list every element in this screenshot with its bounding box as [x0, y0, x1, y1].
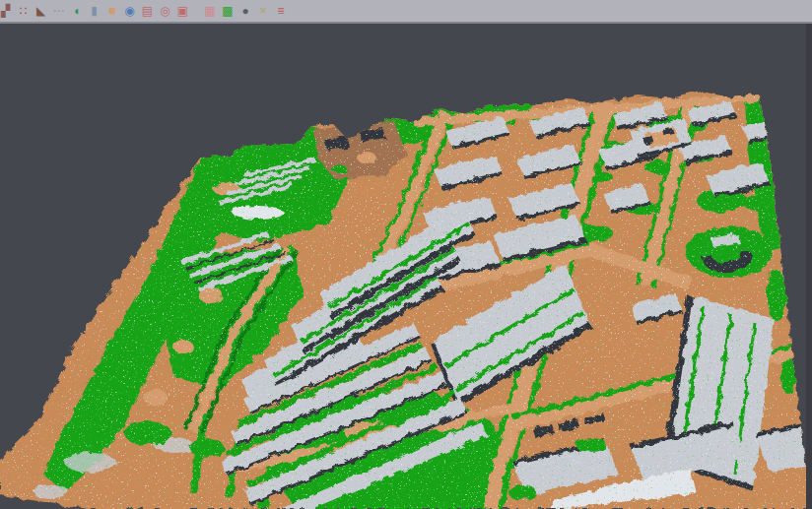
dark-globe-button[interactable]: ● — [237, 2, 254, 20]
segment-list-icon: ≡ — [277, 5, 284, 17]
point-cloud-render — [0, 24, 812, 509]
application-window: ▞∷◣⋯◖▮■◉▤◎▣▦▩●×≡ — [0, 0, 812, 509]
texture-icon: ■ — [108, 5, 115, 17]
raster-grid-button[interactable]: ▦ — [202, 2, 219, 20]
raster-grid-icon: ▦ — [204, 5, 215, 17]
3d-viewport[interactable] — [0, 24, 812, 509]
point-sampling-button[interactable]: ⋯ — [50, 2, 67, 20]
cancel-mesh-button[interactable]: × — [255, 2, 272, 20]
segment-list-button[interactable]: ≡ — [273, 2, 290, 20]
profile-button[interactable]: ▮ — [86, 2, 102, 20]
orbit-globe-button[interactable]: ◉ — [121, 2, 138, 20]
ring-tool-icon: ◎ — [160, 5, 169, 17]
align-points-icon: ∷ — [20, 5, 28, 17]
window-edge — [806, 24, 812, 509]
cancel-mesh-icon: × — [259, 5, 266, 17]
clip-box-button[interactable]: ▣ — [174, 2, 191, 20]
mask-icon: ▞ — [1, 5, 10, 17]
point-sampling-icon: ⋯ — [53, 5, 65, 17]
classified-raster-icon: ▩ — [222, 5, 233, 17]
mask-button[interactable]: ▞ — [0, 2, 14, 20]
layer-stack-button[interactable]: ▤ — [139, 2, 156, 20]
mesh-button[interactable]: ◖ — [68, 2, 85, 20]
dark-globe-icon: ● — [241, 5, 248, 17]
profile-icon: ▮ — [91, 5, 98, 17]
classified-raster-button[interactable]: ▩ — [220, 2, 237, 20]
layer-stack-icon: ▤ — [142, 5, 153, 17]
clip-box-icon: ▣ — [177, 5, 188, 17]
texture-button[interactable]: ■ — [103, 2, 120, 20]
align-points-button[interactable]: ∷ — [15, 2, 32, 20]
terrain-button[interactable]: ◣ — [33, 2, 49, 20]
main-toolbar: ▞∷◣⋯◖▮■◉▤◎▣▦▩●×≡ — [0, 0, 812, 24]
terrain-icon: ◣ — [36, 5, 45, 17]
orbit-globe-icon: ◉ — [124, 5, 134, 17]
mesh-icon: ◖ — [73, 5, 80, 17]
ring-tool-button[interactable]: ◎ — [157, 2, 173, 20]
